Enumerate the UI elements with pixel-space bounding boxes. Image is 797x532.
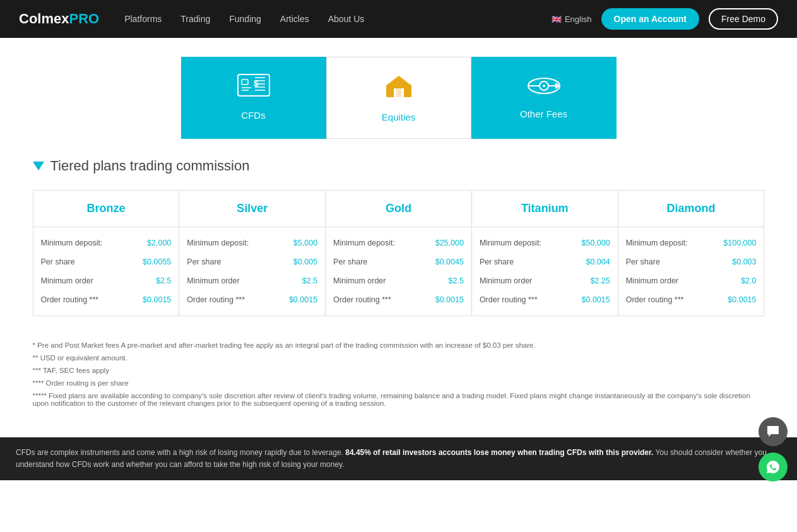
tier-header-silver: Silver — [179, 191, 325, 227]
footnote-line: **** Order routing is per share — [33, 379, 765, 387]
tier-row: Order routing ***$0.0015 — [41, 290, 172, 309]
tier-col-diamond: DiamondMinimum deposit:$100,000Per share… — [618, 190, 765, 316]
tier-row-label: Minimum order — [480, 276, 532, 285]
tier-row-value: $0.0055 — [143, 257, 171, 266]
footnote-line: ***** Fixed plans are available accordin… — [33, 392, 765, 407]
tier-row-label: Minimum order — [187, 276, 239, 285]
tier-row: Order routing ***$0.0015 — [187, 290, 317, 309]
tier-grid: BronzeMinimum deposit:$2,000Per share$0.… — [33, 190, 765, 316]
nav-about[interactable]: About Us — [328, 14, 365, 24]
tier-row: Per share$0.005 — [187, 252, 317, 271]
equities-icon — [384, 73, 414, 104]
tab-cfds[interactable]: $ CFDs — [181, 57, 326, 139]
nav-platforms[interactable]: Platforms — [124, 14, 162, 24]
tier-row-label: Per share — [626, 257, 660, 266]
tier-row: Order routing ***$0.0015 — [333, 290, 464, 309]
logo-colmex: Colmex — [19, 11, 69, 27]
fee-tabs: $ CFDs Equities — [33, 57, 765, 139]
tier-body-diamond: Minimum deposit:$100,000Per share$0.003M… — [618, 227, 764, 316]
nav-trading[interactable]: Trading — [180, 14, 210, 24]
tier-row-value: $2,000 — [147, 239, 171, 247]
section-title-row: Tiered plans trading commission — [33, 158, 765, 174]
nav-funding[interactable]: Funding — [229, 14, 261, 24]
tier-row: Order routing ***$0.0015 — [626, 290, 757, 309]
tier-body-gold: Minimum deposit:$25,000Per share$0.0045M… — [326, 227, 471, 316]
tier-row: Per share$0.003 — [626, 252, 757, 271]
tier-row-value: $5,000 — [293, 239, 317, 247]
tier-row-label: Minimum deposit: — [333, 239, 395, 247]
tier-row: Minimum order$2.0 — [626, 271, 757, 290]
disclaimer-text-bold: 84.45% of retail investors accounts lose… — [345, 448, 653, 457]
footnote-line: *** TAF, SEC fees apply — [33, 367, 765, 374]
tier-row: Minimum order$2.5 — [333, 271, 464, 290]
equities-label: Equities — [382, 112, 415, 122]
free-demo-button[interactable]: Free Demo — [709, 8, 778, 30]
disclaimer: CFDs are complex instruments and come wi… — [0, 437, 797, 480]
flag-icon: 🇬🇧 — [552, 15, 562, 24]
tier-row-label: Per share — [333, 257, 367, 266]
svg-rect-1 — [242, 80, 248, 85]
tier-row-value: $0.0015 — [435, 295, 464, 304]
tier-col-silver: SilverMinimum deposit:$5,000Per share$0.… — [179, 190, 326, 316]
svg-point-16 — [543, 85, 545, 87]
tier-row-label: Minimum deposit: — [626, 239, 688, 247]
svg-marker-11 — [387, 76, 410, 85]
tier-row-label: Order routing *** — [626, 295, 684, 304]
tier-row-label: Minimum order — [333, 276, 386, 285]
tier-header-diamond: Diamond — [618, 191, 764, 227]
footnote-line: * Pre and Post Market fees A pre-market … — [33, 341, 765, 349]
tier-row-value: $0.005 — [293, 257, 317, 266]
tab-equities[interactable]: Equities — [326, 57, 471, 139]
disclaimer-text-normal: CFDs are complex instruments and come wi… — [16, 448, 345, 457]
tier-row-label: Minimum deposit: — [41, 239, 103, 247]
tier-row-value: $2.5 — [302, 276, 317, 285]
tier-row: Per share$0.0055 — [41, 252, 172, 271]
tier-col-gold: GoldMinimum deposit:$25,000Per share$0.0… — [326, 190, 472, 316]
tier-row-label: Order routing *** — [333, 295, 391, 304]
tier-row-value: $2.5 — [449, 276, 464, 285]
chat-button[interactable] — [759, 417, 788, 446]
tier-row-label: Minimum deposit: — [187, 239, 249, 247]
svg-rect-13 — [396, 88, 401, 97]
tier-row-label: Per share — [187, 257, 221, 266]
tier-body-bronze: Minimum deposit:$2,000Per share$0.0055Mi… — [33, 227, 179, 316]
tier-row-label: Minimum deposit: — [480, 239, 541, 247]
tier-row: Minimum deposit:$25,000 — [333, 233, 464, 252]
tier-header-gold: Gold — [326, 191, 471, 227]
tier-row-label: Per share — [480, 257, 514, 266]
lang-label: English — [565, 15, 592, 24]
tier-row-value: $100,000 — [723, 239, 756, 247]
language-selector[interactable]: 🇬🇧 English — [552, 15, 592, 24]
tier-row-value: $0.004 — [586, 257, 610, 266]
tier-row-label: Order routing *** — [41, 295, 99, 304]
tier-row-value: $0.0045 — [435, 257, 464, 266]
tier-row: Per share$0.0045 — [333, 252, 464, 271]
tier-row: Minimum order$2.5 — [187, 271, 317, 290]
other-fees-icon — [528, 74, 560, 101]
tier-col-bronze: BronzeMinimum deposit:$2,000Per share$0.… — [33, 190, 180, 316]
tier-row-value: $2.25 — [590, 276, 610, 285]
float-buttons — [759, 417, 788, 480]
tier-row-value: $0.0015 — [143, 295, 171, 304]
tier-body-silver: Minimum deposit:$5,000Per share$0.005Min… — [179, 227, 325, 316]
tier-row-value: $0.0015 — [728, 295, 756, 304]
tier-row-label: Minimum order — [626, 276, 678, 285]
navbar-right: 🇬🇧 English Open an Account Free Demo — [552, 8, 778, 30]
footnotes: * Pre and Post Market fees A pre-market … — [33, 335, 765, 418]
whatsapp-button[interactable] — [759, 452, 788, 480]
logo: ColmexPRO — [19, 11, 99, 27]
other-fees-label: Other Fees — [520, 109, 567, 119]
tier-row-label: Per share — [41, 257, 75, 266]
tier-row-label: Order routing *** — [187, 295, 245, 304]
triangle-icon — [33, 162, 44, 170]
nav-links: Platforms Trading Funding Articles About… — [124, 14, 364, 24]
tier-row-value: $0.0015 — [582, 295, 610, 304]
tier-row-value: $2.0 — [741, 276, 756, 285]
tier-row-value: $0.0015 — [289, 295, 317, 304]
tab-other-fees[interactable]: Other Fees — [471, 57, 617, 139]
tier-row: Minimum order$2.5 — [41, 271, 172, 290]
tier-row: Minimum deposit:$2,000 — [41, 233, 172, 252]
tier-col-titanium: TitaniumMinimum deposit:$50,000Per share… — [472, 190, 618, 316]
open-account-button[interactable]: Open an Account — [601, 8, 699, 30]
nav-articles[interactable]: Articles — [280, 14, 309, 24]
